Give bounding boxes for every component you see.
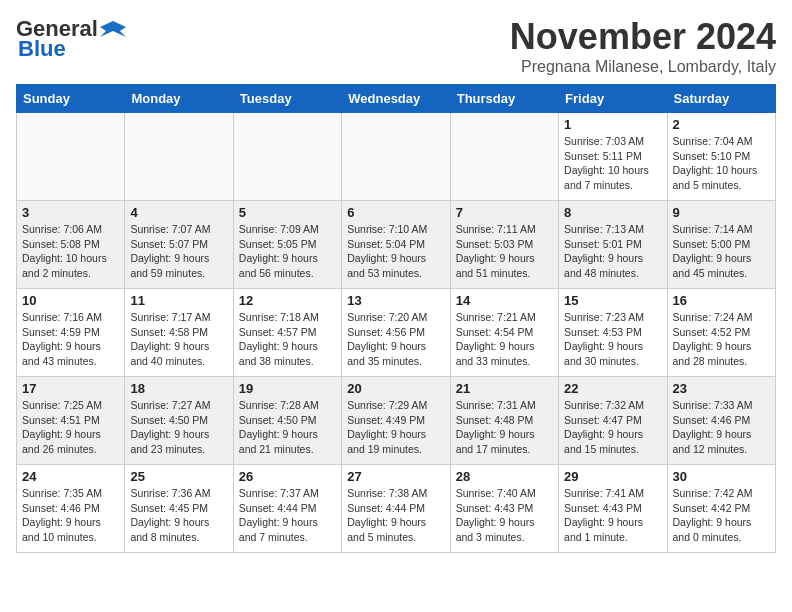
calendar-cell: 1Sunrise: 7:03 AMSunset: 5:11 PMDaylight… — [559, 113, 667, 201]
calendar-cell: 20Sunrise: 7:29 AMSunset: 4:49 PMDayligh… — [342, 377, 450, 465]
calendar-cell: 16Sunrise: 7:24 AMSunset: 4:52 PMDayligh… — [667, 289, 775, 377]
calendar-cell — [17, 113, 125, 201]
day-number: 23 — [673, 381, 770, 396]
svg-marker-0 — [100, 21, 126, 37]
day-number: 6 — [347, 205, 444, 220]
calendar-cell: 18Sunrise: 7:27 AMSunset: 4:50 PMDayligh… — [125, 377, 233, 465]
calendar-cell: 29Sunrise: 7:41 AMSunset: 4:43 PMDayligh… — [559, 465, 667, 553]
day-number: 26 — [239, 469, 336, 484]
calendar-cell: 23Sunrise: 7:33 AMSunset: 4:46 PMDayligh… — [667, 377, 775, 465]
day-number: 28 — [456, 469, 553, 484]
calendar-cell: 13Sunrise: 7:20 AMSunset: 4:56 PMDayligh… — [342, 289, 450, 377]
day-number: 24 — [22, 469, 119, 484]
month-title: November 2024 — [510, 16, 776, 58]
day-number: 16 — [673, 293, 770, 308]
day-number: 9 — [673, 205, 770, 220]
day-info: Sunrise: 7:33 AMSunset: 4:46 PMDaylight:… — [673, 398, 770, 457]
calendar-week-row: 3Sunrise: 7:06 AMSunset: 5:08 PMDaylight… — [17, 201, 776, 289]
day-info: Sunrise: 7:25 AMSunset: 4:51 PMDaylight:… — [22, 398, 119, 457]
calendar-cell: 11Sunrise: 7:17 AMSunset: 4:58 PMDayligh… — [125, 289, 233, 377]
day-info: Sunrise: 7:14 AMSunset: 5:00 PMDaylight:… — [673, 222, 770, 281]
day-info: Sunrise: 7:27 AMSunset: 4:50 PMDaylight:… — [130, 398, 227, 457]
day-info: Sunrise: 7:17 AMSunset: 4:58 PMDaylight:… — [130, 310, 227, 369]
calendar-header-tuesday: Tuesday — [233, 85, 341, 113]
calendar-body: 1Sunrise: 7:03 AMSunset: 5:11 PMDaylight… — [17, 113, 776, 553]
calendar-week-row: 10Sunrise: 7:16 AMSunset: 4:59 PMDayligh… — [17, 289, 776, 377]
calendar-cell: 10Sunrise: 7:16 AMSunset: 4:59 PMDayligh… — [17, 289, 125, 377]
day-number: 13 — [347, 293, 444, 308]
day-number: 8 — [564, 205, 661, 220]
day-info: Sunrise: 7:32 AMSunset: 4:47 PMDaylight:… — [564, 398, 661, 457]
day-number: 30 — [673, 469, 770, 484]
day-number: 25 — [130, 469, 227, 484]
day-info: Sunrise: 7:03 AMSunset: 5:11 PMDaylight:… — [564, 134, 661, 193]
day-number: 22 — [564, 381, 661, 396]
calendar-cell: 25Sunrise: 7:36 AMSunset: 4:45 PMDayligh… — [125, 465, 233, 553]
calendar-cell: 7Sunrise: 7:11 AMSunset: 5:03 PMDaylight… — [450, 201, 558, 289]
calendar-cell: 14Sunrise: 7:21 AMSunset: 4:54 PMDayligh… — [450, 289, 558, 377]
day-info: Sunrise: 7:28 AMSunset: 4:50 PMDaylight:… — [239, 398, 336, 457]
day-info: Sunrise: 7:35 AMSunset: 4:46 PMDaylight:… — [22, 486, 119, 545]
day-number: 7 — [456, 205, 553, 220]
day-number: 21 — [456, 381, 553, 396]
day-number: 29 — [564, 469, 661, 484]
calendar-header-thursday: Thursday — [450, 85, 558, 113]
day-info: Sunrise: 7:06 AMSunset: 5:08 PMDaylight:… — [22, 222, 119, 281]
day-number: 2 — [673, 117, 770, 132]
day-number: 27 — [347, 469, 444, 484]
calendar-cell: 6Sunrise: 7:10 AMSunset: 5:04 PMDaylight… — [342, 201, 450, 289]
day-info: Sunrise: 7:42 AMSunset: 4:42 PMDaylight:… — [673, 486, 770, 545]
calendar-cell: 28Sunrise: 7:40 AMSunset: 4:43 PMDayligh… — [450, 465, 558, 553]
logo: General Blue — [16, 16, 128, 62]
calendar-table: SundayMondayTuesdayWednesdayThursdayFrid… — [16, 84, 776, 553]
day-number: 5 — [239, 205, 336, 220]
calendar-cell — [450, 113, 558, 201]
calendar-cell: 27Sunrise: 7:38 AMSunset: 4:44 PMDayligh… — [342, 465, 450, 553]
day-info: Sunrise: 7:23 AMSunset: 4:53 PMDaylight:… — [564, 310, 661, 369]
page-header: General Blue November 2024 Pregnana Mila… — [16, 16, 776, 76]
day-number: 12 — [239, 293, 336, 308]
calendar-cell: 17Sunrise: 7:25 AMSunset: 4:51 PMDayligh… — [17, 377, 125, 465]
calendar-cell: 8Sunrise: 7:13 AMSunset: 5:01 PMDaylight… — [559, 201, 667, 289]
day-info: Sunrise: 7:36 AMSunset: 4:45 PMDaylight:… — [130, 486, 227, 545]
day-info: Sunrise: 7:10 AMSunset: 5:04 PMDaylight:… — [347, 222, 444, 281]
day-info: Sunrise: 7:37 AMSunset: 4:44 PMDaylight:… — [239, 486, 336, 545]
day-info: Sunrise: 7:16 AMSunset: 4:59 PMDaylight:… — [22, 310, 119, 369]
calendar-cell: 9Sunrise: 7:14 AMSunset: 5:00 PMDaylight… — [667, 201, 775, 289]
day-number: 3 — [22, 205, 119, 220]
day-info: Sunrise: 7:24 AMSunset: 4:52 PMDaylight:… — [673, 310, 770, 369]
calendar-cell: 5Sunrise: 7:09 AMSunset: 5:05 PMDaylight… — [233, 201, 341, 289]
logo-blue: Blue — [18, 36, 66, 62]
calendar-header-row: SundayMondayTuesdayWednesdayThursdayFrid… — [17, 85, 776, 113]
calendar-header-monday: Monday — [125, 85, 233, 113]
calendar-cell: 30Sunrise: 7:42 AMSunset: 4:42 PMDayligh… — [667, 465, 775, 553]
calendar-week-row: 17Sunrise: 7:25 AMSunset: 4:51 PMDayligh… — [17, 377, 776, 465]
day-number: 1 — [564, 117, 661, 132]
calendar-header-sunday: Sunday — [17, 85, 125, 113]
day-info: Sunrise: 7:29 AMSunset: 4:49 PMDaylight:… — [347, 398, 444, 457]
day-number: 4 — [130, 205, 227, 220]
calendar-header-friday: Friday — [559, 85, 667, 113]
day-info: Sunrise: 7:18 AMSunset: 4:57 PMDaylight:… — [239, 310, 336, 369]
day-number: 10 — [22, 293, 119, 308]
day-info: Sunrise: 7:40 AMSunset: 4:43 PMDaylight:… — [456, 486, 553, 545]
day-info: Sunrise: 7:09 AMSunset: 5:05 PMDaylight:… — [239, 222, 336, 281]
day-info: Sunrise: 7:07 AMSunset: 5:07 PMDaylight:… — [130, 222, 227, 281]
calendar-header-saturday: Saturday — [667, 85, 775, 113]
calendar-cell — [233, 113, 341, 201]
calendar-week-row: 1Sunrise: 7:03 AMSunset: 5:11 PMDaylight… — [17, 113, 776, 201]
day-number: 11 — [130, 293, 227, 308]
calendar-cell: 4Sunrise: 7:07 AMSunset: 5:07 PMDaylight… — [125, 201, 233, 289]
calendar-cell: 19Sunrise: 7:28 AMSunset: 4:50 PMDayligh… — [233, 377, 341, 465]
day-info: Sunrise: 7:11 AMSunset: 5:03 PMDaylight:… — [456, 222, 553, 281]
calendar-cell: 22Sunrise: 7:32 AMSunset: 4:47 PMDayligh… — [559, 377, 667, 465]
day-number: 14 — [456, 293, 553, 308]
day-info: Sunrise: 7:20 AMSunset: 4:56 PMDaylight:… — [347, 310, 444, 369]
calendar-cell: 2Sunrise: 7:04 AMSunset: 5:10 PMDaylight… — [667, 113, 775, 201]
calendar-cell: 12Sunrise: 7:18 AMSunset: 4:57 PMDayligh… — [233, 289, 341, 377]
day-info: Sunrise: 7:04 AMSunset: 5:10 PMDaylight:… — [673, 134, 770, 193]
day-number: 17 — [22, 381, 119, 396]
calendar-cell: 21Sunrise: 7:31 AMSunset: 4:48 PMDayligh… — [450, 377, 558, 465]
calendar-cell: 24Sunrise: 7:35 AMSunset: 4:46 PMDayligh… — [17, 465, 125, 553]
day-number: 19 — [239, 381, 336, 396]
